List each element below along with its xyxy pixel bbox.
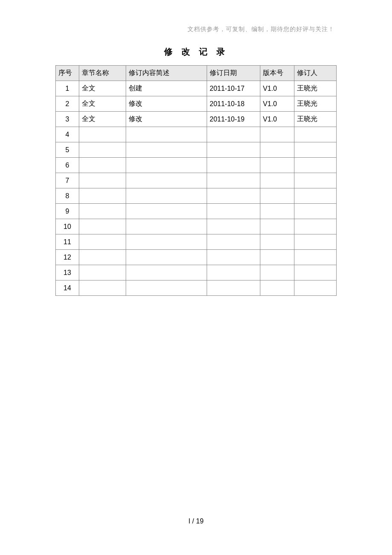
cell-version — [260, 173, 294, 188]
cell-desc — [126, 265, 207, 280]
table-body: 1 全文 创建 2011-10-17 V1.0 王晓光 2 全文 修改 2011… — [56, 81, 337, 296]
header-version: 版本号 — [260, 66, 294, 81]
cell-desc — [126, 173, 207, 188]
cell-seq: 1 — [56, 81, 79, 96]
cell-author — [294, 280, 337, 296]
cell-date — [207, 265, 260, 280]
cell-seq: 8 — [56, 188, 79, 204]
cell-chapter — [79, 234, 126, 250]
table-row: 14 — [56, 280, 337, 296]
cell-author: 王晓光 — [294, 96, 337, 112]
header-desc: 修订内容简述 — [126, 66, 207, 81]
cell-seq: 3 — [56, 112, 79, 127]
table-row: 11 — [56, 234, 337, 250]
cell-chapter: 全文 — [79, 112, 126, 127]
cell-date: 2011-10-19 — [207, 112, 260, 127]
cell-author — [294, 204, 337, 219]
header-author: 修订人 — [294, 66, 337, 81]
cell-version — [260, 280, 294, 296]
cell-seq: 7 — [56, 173, 79, 188]
cell-desc: 修改 — [126, 96, 207, 112]
cell-date — [207, 234, 260, 250]
cell-version — [260, 127, 294, 142]
cell-seq: 6 — [56, 158, 79, 173]
cell-date — [207, 158, 260, 173]
cell-version — [260, 219, 294, 234]
cell-desc — [126, 250, 207, 265]
cell-desc — [126, 142, 207, 158]
cell-desc: 修改 — [126, 112, 207, 127]
cell-version — [260, 188, 294, 204]
cell-author — [294, 234, 337, 250]
cell-version — [260, 142, 294, 158]
cell-author: 王晓光 — [294, 81, 337, 96]
page-footer: I / 19 — [0, 517, 392, 525]
cell-seq: 12 — [56, 250, 79, 265]
cell-desc — [126, 234, 207, 250]
cell-seq: 9 — [56, 204, 79, 219]
cell-version — [260, 250, 294, 265]
cell-author — [294, 250, 337, 265]
header-seq: 序号 — [56, 66, 79, 81]
cell-desc: 创建 — [126, 81, 207, 96]
table-row: 4 — [56, 127, 337, 142]
cell-chapter: 全文 — [79, 96, 126, 112]
cell-desc — [126, 280, 207, 296]
table-row: 2 全文 修改 2011-10-18 V1.0 王晓光 — [56, 96, 337, 112]
table-row: 3 全文 修改 2011-10-19 V1.0 王晓光 — [56, 112, 337, 127]
cell-chapter — [79, 204, 126, 219]
cell-author — [294, 173, 337, 188]
cell-chapter — [79, 188, 126, 204]
table-row: 7 — [56, 173, 337, 188]
header-date: 修订日期 — [207, 66, 260, 81]
table-row: 5 — [56, 142, 337, 158]
page-title: 修 改 记 录 — [55, 46, 337, 58]
cell-seq: 4 — [56, 127, 79, 142]
cell-chapter — [79, 250, 126, 265]
document-page: 文档供参考，可复制、编制，期待您的好评与关注！ 修 改 记 录 序号 章节名称 … — [0, 0, 392, 296]
cell-date — [207, 280, 260, 296]
cell-date — [207, 219, 260, 234]
header-note: 文档供参考，可复制、编制，期待您的好评与关注！ — [55, 26, 337, 33]
revision-table: 序号 章节名称 修订内容简述 修订日期 版本号 修订人 1 全文 创建 2011… — [55, 65, 337, 296]
cell-chapter — [79, 219, 126, 234]
cell-chapter — [79, 127, 126, 142]
table-row: 13 — [56, 265, 337, 280]
cell-desc — [126, 127, 207, 142]
table-row: 10 — [56, 219, 337, 234]
cell-seq: 5 — [56, 142, 79, 158]
cell-desc — [126, 158, 207, 173]
cell-version: V1.0 — [260, 112, 294, 127]
cell-seq: 10 — [56, 219, 79, 234]
cell-version: V1.0 — [260, 96, 294, 112]
cell-version — [260, 204, 294, 219]
cell-chapter — [79, 280, 126, 296]
cell-seq: 11 — [56, 234, 79, 250]
cell-desc — [126, 204, 207, 219]
cell-chapter — [79, 173, 126, 188]
cell-desc — [126, 219, 207, 234]
table-row: 8 — [56, 188, 337, 204]
cell-seq: 2 — [56, 96, 79, 112]
cell-date — [207, 173, 260, 188]
cell-version — [260, 158, 294, 173]
cell-author — [294, 265, 337, 280]
cell-version — [260, 265, 294, 280]
table-row: 9 — [56, 204, 337, 219]
table-header-row: 序号 章节名称 修订内容简述 修订日期 版本号 修订人 — [56, 66, 337, 81]
cell-date: 2011-10-17 — [207, 81, 260, 96]
cell-seq: 14 — [56, 280, 79, 296]
table-row: 12 — [56, 250, 337, 265]
cell-date — [207, 142, 260, 158]
cell-author — [294, 158, 337, 173]
cell-author — [294, 219, 337, 234]
cell-date — [207, 250, 260, 265]
table-row: 6 — [56, 158, 337, 173]
cell-chapter: 全文 — [79, 81, 126, 96]
cell-date — [207, 127, 260, 142]
cell-author — [294, 127, 337, 142]
cell-seq: 13 — [56, 265, 79, 280]
table-row: 1 全文 创建 2011-10-17 V1.0 王晓光 — [56, 81, 337, 96]
cell-chapter — [79, 265, 126, 280]
cell-chapter — [79, 158, 126, 173]
